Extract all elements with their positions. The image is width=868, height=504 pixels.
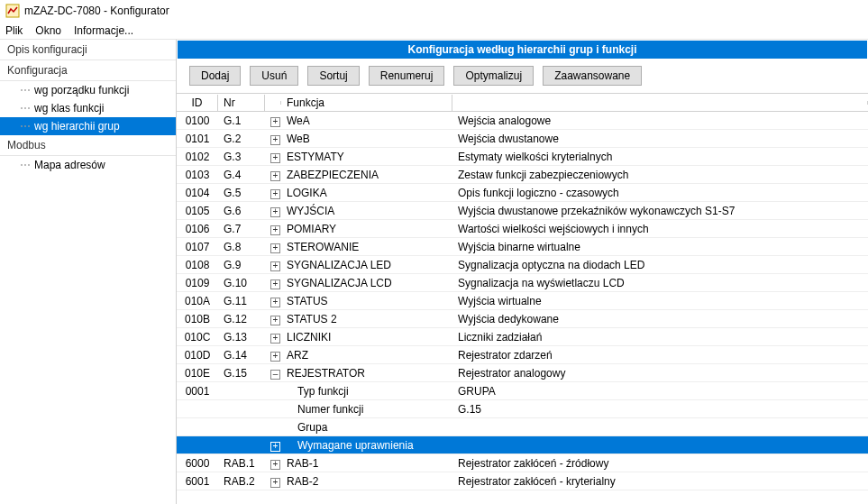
cell-desc: Opis funkcji logiczno - czasowych bbox=[452, 186, 868, 200]
cell-desc: GRUPA bbox=[452, 384, 868, 399]
expand-icon[interactable]: + bbox=[265, 114, 281, 128]
cell-desc: Wartości wielkości wejściowych i innych bbox=[452, 222, 868, 236]
cell-id: 010E bbox=[177, 366, 218, 380]
expand-icon[interactable]: + bbox=[265, 240, 281, 254]
plus-icon: + bbox=[270, 117, 280, 127]
grid-row[interactable]: 010BG.12+STATUS 2Wyjścia dedykowane bbox=[177, 310, 868, 328]
expand-icon[interactable]: + bbox=[265, 150, 281, 164]
grid-row[interactable]: 0109G.10+SYGNALIZACJA LCDSygnalizacja na… bbox=[177, 274, 868, 292]
grid-row[interactable]: 0107G.8+STEROWANIEWyjścia binarne wirtua… bbox=[177, 238, 868, 256]
sidebar-item-label: wg porządku funkcji bbox=[34, 84, 129, 96]
grid-row[interactable]: 6001RAB.2+RAB-2Rejestrator zakłóceń - kr… bbox=[177, 472, 868, 490]
cell-func: SYGNALIZACJA LCD bbox=[281, 276, 452, 290]
cell-id bbox=[177, 426, 218, 428]
expand-icon[interactable]: + bbox=[265, 456, 281, 471]
plus-icon: + bbox=[270, 189, 280, 199]
cell-id: 0109 bbox=[177, 276, 218, 290]
expand-icon[interactable]: + bbox=[265, 222, 281, 236]
cell-desc: Rejestrator analogowy bbox=[452, 366, 868, 380]
menu-item[interactable]: Informacje... bbox=[74, 24, 133, 37]
cell-nr: G.4 bbox=[218, 168, 265, 182]
menu-item[interactable]: Plik bbox=[5, 24, 23, 37]
cell-nr bbox=[218, 444, 265, 446]
sidebar-item[interactable]: ⋯wg klas funkcji bbox=[0, 99, 176, 117]
expand-icon[interactable]: + bbox=[265, 258, 281, 272]
cell-nr bbox=[218, 408, 265, 410]
grid-row[interactable]: 0001Typ funkcjiGRUPA bbox=[177, 382, 868, 400]
plus-icon: + bbox=[270, 171, 280, 181]
toolbar-button[interactable]: Sortuj bbox=[307, 66, 359, 86]
col-header-id[interactable]: ID bbox=[177, 95, 218, 111]
sidebar-group-header[interactable]: Opis konfiguracji bbox=[0, 40, 176, 60]
grid-row[interactable]: Grupa bbox=[177, 418, 868, 436]
grid-row[interactable]: 0101G.2+WeBWejścia dwustanowe bbox=[177, 130, 868, 148]
cell-id: 0101 bbox=[177, 132, 218, 146]
expand-icon[interactable]: + bbox=[265, 438, 281, 453]
toolbar-button[interactable]: Optymalizuj bbox=[453, 66, 534, 86]
sidebar-item[interactable]: ⋯wg porządku funkcji bbox=[0, 81, 176, 99]
minus-icon: – bbox=[270, 370, 280, 380]
plus-icon: + bbox=[270, 352, 280, 362]
toolbar-button[interactable]: Dodaj bbox=[189, 66, 241, 86]
plus-icon: + bbox=[270, 261, 280, 271]
plus-icon: + bbox=[270, 207, 280, 217]
expand-icon[interactable]: + bbox=[265, 474, 281, 489]
toolbar-button[interactable]: Renumeruj bbox=[369, 66, 445, 86]
sidebar-item[interactable]: ⋯Mapa adresów bbox=[0, 156, 176, 174]
cell-id: 0100 bbox=[177, 114, 218, 128]
grid-row[interactable]: 010DG.14+ARZRejestrator zdarzeń bbox=[177, 346, 868, 364]
grid-row[interactable]: 010EG.15–REJESTRATORRejestrator analogow… bbox=[177, 364, 868, 382]
expand-icon[interactable]: + bbox=[265, 168, 281, 182]
plus-icon: + bbox=[270, 153, 280, 163]
grid-row[interactable]: Numer funkcjiG.15 bbox=[177, 400, 868, 418]
grid-row[interactable]: 0103G.4+ZABEZPIECZENIAZestaw funkcji zab… bbox=[177, 166, 868, 184]
menu-item[interactable]: Okno bbox=[35, 24, 61, 37]
sidebar-group-header[interactable]: Modbus bbox=[0, 135, 176, 156]
expand-icon[interactable]: + bbox=[265, 312, 281, 326]
grid-row[interactable]: 0108G.9+SYGNALIZACJA LEDSygnalizacja opt… bbox=[177, 256, 868, 274]
expand-icon[interactable]: – bbox=[265, 366, 281, 380]
plus-icon: + bbox=[270, 316, 280, 325]
expand-icon[interactable]: + bbox=[265, 132, 281, 146]
grid-row[interactable]: 6000RAB.1+RAB-1Rejestrator zakłóceń - źr… bbox=[177, 454, 868, 472]
cell-id: 0107 bbox=[177, 240, 218, 254]
grid-row[interactable]: 010CG.13+LICZNIKILiczniki zadziałań bbox=[177, 328, 868, 346]
grid-row[interactable]: 0102G.3+ESTYMATYEstymaty wielkości kryte… bbox=[177, 148, 868, 166]
col-header-func[interactable]: Funkcja bbox=[281, 95, 452, 111]
expand-icon[interactable]: + bbox=[265, 186, 281, 200]
grid-row[interactable]: 0100G.1+WeAWejścia analogowe bbox=[177, 112, 868, 130]
cell-nr: G.14 bbox=[218, 348, 265, 362]
cell-id: 010A bbox=[177, 294, 218, 308]
grid-row[interactable]: 0105G.6+WYJŚCIAWyjścia dwustanowe przeka… bbox=[177, 202, 868, 220]
cell-func: WYJŚCIA bbox=[281, 204, 452, 218]
window-title: mZAZ-DC-7080 - Konfigurator bbox=[24, 5, 169, 17]
cell-func: Numer funkcji bbox=[281, 402, 452, 417]
grid-row[interactable]: +Wymagane uprawnienia bbox=[177, 436, 868, 454]
cell-nr: G.8 bbox=[218, 240, 265, 254]
toolbar-button[interactable]: Zaawansowane bbox=[543, 66, 642, 86]
cell-desc: G.15 bbox=[452, 402, 868, 417]
cell-nr: G.13 bbox=[218, 330, 265, 344]
expand-icon[interactable]: + bbox=[265, 330, 281, 344]
grid[interactable]: ID Nr Funkcja 0100G.1+WeAWejścia analogo… bbox=[177, 93, 868, 504]
grid-row[interactable]: 0104G.5+LOGIKAOpis funkcji logiczno - cz… bbox=[177, 184, 868, 202]
expand-icon[interactable]: + bbox=[265, 276, 281, 290]
cell-nr: G.1 bbox=[218, 114, 265, 128]
cell-func: STATUS bbox=[281, 294, 452, 308]
grid-row[interactable]: 010AG.11+STATUSWyjścia wirtualne bbox=[177, 292, 868, 310]
cell-func: Grupa bbox=[281, 420, 452, 435]
cell-func: REJESTRATOR bbox=[281, 366, 452, 380]
toolbar-button[interactable]: Usuń bbox=[250, 66, 298, 86]
cell-desc bbox=[452, 444, 868, 446]
expand-icon[interactable]: + bbox=[265, 294, 281, 308]
sidebar-group-header[interactable]: Konfiguracja bbox=[0, 60, 176, 81]
cell-desc: Wyjścia dedykowane bbox=[452, 312, 868, 326]
sidebar-item[interactable]: ⋯wg hierarchii grup bbox=[0, 117, 176, 135]
expand-icon bbox=[265, 390, 281, 392]
expand-icon[interactable]: + bbox=[265, 204, 281, 218]
col-header-nr[interactable]: Nr bbox=[218, 95, 265, 111]
expand-icon[interactable]: + bbox=[265, 348, 281, 362]
cell-func: STEROWANIE bbox=[281, 240, 452, 254]
grid-row[interactable]: 0106G.7+POMIARYWartości wielkości wejści… bbox=[177, 220, 868, 238]
cell-desc: Rejestrator zdarzeń bbox=[452, 348, 868, 362]
